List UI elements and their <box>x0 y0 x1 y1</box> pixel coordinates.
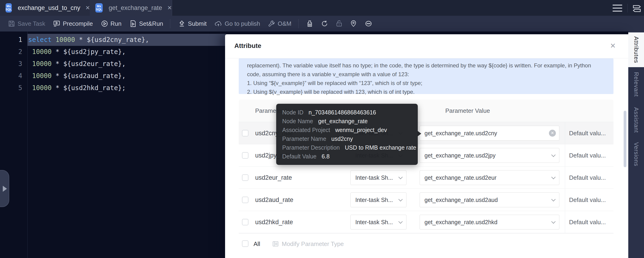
code-line[interactable]: 4 10000 * ${usd2aud_rate}, <box>0 70 227 82</box>
divider <box>170 19 170 28</box>
modify-parameter-type-button[interactable]: Modify Parameter Type <box>282 236 344 251</box>
row-checkbox[interactable] <box>242 130 248 136</box>
column-header-parameter-value: Parameter Value <box>445 100 490 122</box>
mxsql-icon-text: SQL <box>6 8 12 11</box>
modify-parameter-type-icon <box>272 240 279 247</box>
set-run-icon <box>129 20 137 27</box>
default-value-text[interactable]: Default valu... <box>569 122 606 144</box>
tooltip-label: Node ID <box>282 108 304 117</box>
default-value-text[interactable]: Default valu... <box>569 144 606 166</box>
sidebar-tab-assistant[interactable]: Assistant <box>628 108 644 132</box>
parameter-value-select[interactable]: get_exchange_rate.usd2jpy <box>420 148 559 163</box>
sidebar-tab-relevant[interactable]: Relevant <box>628 74 644 95</box>
precompile-button[interactable]: Precompile <box>53 20 93 27</box>
parameter-value-select[interactable]: get_exchange_rate.usd2aud <box>420 192 559 207</box>
chevron-down-icon <box>551 153 556 157</box>
tooltip-row: Parameter Description USD to RMB exchang… <box>282 143 418 152</box>
tooltip-row: Default Value 6.8 <box>282 152 418 161</box>
code-line[interactable]: 1 select 10000 * ${usd2cny_rate}, <box>0 34 227 46</box>
publish-icon <box>214 20 222 27</box>
code-text: 10000 * ${usd2aud_rate}, <box>28 70 126 82</box>
save-task-button[interactable]: Save Task <box>8 20 45 27</box>
clear-icon[interactable]: ✕ <box>549 130 556 137</box>
chevron-down-icon <box>551 197 556 201</box>
tooltip-label: Parameter Description <box>282 143 340 152</box>
close-icon[interactable]: ✕ <box>610 42 616 50</box>
info-text: replacement). The variable value itself … <box>247 61 614 70</box>
tooltip-value: n_7034861486868463616 <box>308 108 376 117</box>
parameter-type-select[interactable]: Inter-task Sh... <box>350 215 406 229</box>
parameter-name: usd2hkd_rate <box>255 211 293 233</box>
default-value-text[interactable]: Default valu... <box>569 189 606 211</box>
chevron-down-icon <box>398 197 402 201</box>
tooltip-value: usd2cny <box>331 134 353 143</box>
default-value-text[interactable]: Default valu... <box>569 211 606 233</box>
code-line[interactable]: 5 10000 * ${usd2hkd_rate}; <box>0 82 227 94</box>
sidebar-tab-versions[interactable]: Versions <box>628 143 644 165</box>
code-text: 10000 * ${usd2hkd_rate}; <box>28 82 126 94</box>
parameter-value-select[interactable]: get_exchange_rate.usd2hkd <box>420 215 559 229</box>
parameter-name: usd2aud_rate <box>255 189 293 211</box>
chevron-right-icon <box>3 186 7 192</box>
om-label: O&M <box>278 20 291 27</box>
save-label: Save Task <box>18 20 45 27</box>
row-checkbox[interactable] <box>242 219 248 225</box>
code-line[interactable]: 3 10000 * ${usd2eur_rate}, <box>0 58 227 70</box>
tab-close-icon[interactable]: ✕ <box>85 5 90 11</box>
code-line[interactable]: 2 10000 * ${usd2jpy_rate}, <box>0 46 227 58</box>
panel-header: Attribute ✕ <box>225 34 628 58</box>
workflow-navigation-icon[interactable] <box>632 3 642 14</box>
code-text: select 10000 * ${usd2cny_rate}, <box>28 34 149 46</box>
panel-scrollbar[interactable] <box>624 111 626 167</box>
parameter-value-select[interactable]: get_exchange_rate.usd2eur <box>420 170 559 185</box>
chevron-down-icon <box>551 219 556 223</box>
table-row: usd2eur_rate Inter-task Sh... get_exchan… <box>239 166 614 188</box>
parameter-type-select[interactable]: Inter-task Sh... <box>350 192 406 207</box>
sidebar-tab-attributes[interactable]: Attributes <box>628 33 644 67</box>
info-text: code, assuming there is a variable v_exa… <box>247 70 614 79</box>
om-button[interactable]: O&M <box>268 20 291 27</box>
set-and-run-button[interactable]: Set&Run <box>129 20 163 27</box>
run-icon <box>101 20 108 27</box>
tab-exchange-usd-to-cny[interactable]: Mx SQL exchange_usd_to_cny ✕ <box>0 0 90 16</box>
mxsql-icon-text: Mx <box>6 5 11 8</box>
row-checkbox[interactable] <box>242 174 248 181</box>
chevron-down-icon <box>398 175 402 179</box>
parameter-tooltip: Node ID n_7034861486868463616 Node Name … <box>276 104 418 165</box>
row-checkbox[interactable] <box>242 152 248 159</box>
tab-close-icon[interactable]: ✕ <box>167 5 172 11</box>
tooltip-label: Default Value <box>282 152 316 161</box>
parameter-type-select[interactable]: Inter-task Sh... <box>350 170 406 185</box>
default-value-text[interactable]: Default valu... <box>569 166 606 189</box>
more-options-icon[interactable] <box>364 20 373 27</box>
panel-title: Attribute <box>234 42 262 50</box>
precompile-label: Precompile <box>63 20 93 27</box>
refresh-icon[interactable] <box>321 20 328 27</box>
wrench-icon <box>268 20 275 27</box>
table-row: usd2hkd_rate Inter-task Sh... get_exchan… <box>239 211 614 233</box>
tab-get-exchange-rate[interactable]: Mx SQL get_exchange_rate ✕ <box>90 0 172 16</box>
tooltip-row: Node Name get_exchange_rate <box>282 117 418 126</box>
lock-icon[interactable] <box>336 20 342 27</box>
menu-icon[interactable] <box>612 5 622 12</box>
save-icon <box>8 20 15 27</box>
format-brush-icon[interactable] <box>306 20 314 27</box>
row-checkbox[interactable] <box>242 197 248 203</box>
line-number: 4 <box>0 70 22 82</box>
mxsql-file-icon: Mx SQL <box>6 3 12 13</box>
run-button[interactable]: Run <box>101 20 122 27</box>
app-window: Mx SQL exchange_usd_to_cny ✕ Mx SQL get_… <box>0 0 644 258</box>
parameter-value-input[interactable]: get_exchange_rate.usd2cny✕ <box>420 126 559 141</box>
tab-bar: Mx SQL exchange_usd_to_cny ✕ Mx SQL get_… <box>0 0 644 16</box>
expand-panel-handle[interactable] <box>0 170 9 207</box>
submit-button[interactable]: Submit <box>178 20 206 27</box>
line-number: 1 <box>0 34 22 46</box>
line-number: 2 <box>0 46 22 58</box>
go-to-publish-button[interactable]: Go to publish <box>214 20 260 27</box>
table-footer: All Modify Parameter Type <box>239 236 614 257</box>
location-pin-icon[interactable] <box>350 20 357 27</box>
select-all-checkbox[interactable] <box>242 240 248 247</box>
tooltip-label: Associated Project <box>282 126 330 134</box>
divider <box>239 233 614 233</box>
publish-label: Go to publish <box>224 20 260 27</box>
